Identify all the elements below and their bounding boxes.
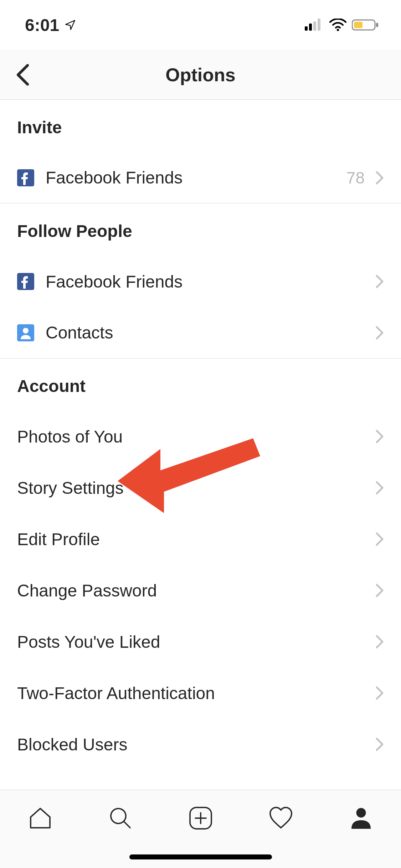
facebook-icon (17, 273, 46, 290)
page-title: Options (0, 64, 401, 86)
chevron-right-icon (375, 737, 384, 751)
svg-rect-3 (318, 19, 320, 31)
settings-list: Invite Facebook Friends 78 Follow People… (0, 100, 401, 770)
location-arrow-icon (64, 19, 76, 31)
row-follow-facebook-friends[interactable]: Facebook Friends (0, 256, 401, 307)
row-two-factor[interactable]: Two-Factor Authentication (0, 667, 401, 719)
tab-home[interactable] (24, 802, 56, 834)
chevron-right-icon (375, 532, 384, 546)
chevron-right-icon (375, 583, 384, 598)
svg-point-4 (337, 29, 339, 31)
back-button[interactable] (9, 57, 37, 93)
row-label: Story Settings (17, 478, 375, 498)
row-label: Change Password (17, 581, 375, 600)
svg-point-13 (111, 808, 126, 823)
svg-rect-1 (309, 24, 312, 31)
row-blocked-users[interactable]: Blocked Users (0, 719, 401, 770)
section-header-account: Account (0, 358, 401, 411)
row-edit-profile[interactable]: Edit Profile (0, 513, 401, 565)
section-header-follow: Follow People (0, 203, 401, 256)
svg-rect-7 (376, 23, 378, 27)
row-label: Edit Profile (17, 529, 375, 549)
plus-square-icon (188, 805, 214, 831)
svg-line-14 (124, 822, 130, 828)
row-label: Contacts (46, 323, 375, 342)
row-invite-facebook-friends[interactable]: Facebook Friends 78 (0, 152, 401, 203)
row-label: Photos of You (17, 427, 375, 446)
row-story-settings[interactable]: Story Settings (0, 462, 401, 513)
svg-rect-0 (305, 26, 308, 31)
contacts-icon (17, 324, 46, 341)
chevron-right-icon (375, 635, 384, 649)
row-change-password[interactable]: Change Password (0, 565, 401, 616)
row-label: Posts You've Liked (17, 632, 375, 652)
chevron-right-icon (375, 274, 384, 289)
battery-icon (352, 19, 380, 31)
nav-bar: Options (0, 50, 401, 100)
svg-point-18 (356, 808, 366, 818)
tab-search[interactable] (104, 802, 137, 834)
status-time: 6:01 (25, 15, 59, 35)
chevron-right-icon (375, 326, 384, 340)
status-bar: 6:01 (0, 0, 401, 50)
svg-rect-2 (313, 21, 316, 31)
svg-rect-6 (354, 22, 363, 28)
row-posts-liked[interactable]: Posts You've Liked (0, 616, 401, 667)
chevron-right-icon (375, 429, 384, 444)
cellular-signal-icon (305, 19, 324, 31)
chevron-right-icon (375, 686, 384, 700)
home-indicator[interactable] (129, 854, 272, 859)
section-header-invite: Invite (0, 100, 401, 152)
tab-activity[interactable] (265, 802, 297, 834)
svg-point-11 (23, 328, 29, 334)
tab-new-post[interactable] (185, 802, 217, 834)
row-label: Facebook Friends (46, 272, 375, 291)
chevron-right-icon (375, 481, 384, 495)
wifi-icon (329, 19, 347, 31)
home-icon (27, 805, 53, 831)
facebook-icon (17, 169, 46, 186)
row-label: Facebook Friends (46, 168, 346, 187)
row-label: Blocked Users (17, 735, 375, 754)
row-photos-of-you[interactable]: Photos of You (0, 411, 401, 462)
tab-profile[interactable] (345, 802, 377, 834)
row-label: Two-Factor Authentication (17, 683, 375, 703)
profile-icon (348, 805, 374, 831)
search-icon (108, 805, 133, 831)
row-follow-contacts[interactable]: Contacts (0, 307, 401, 358)
chevron-right-icon (375, 171, 384, 185)
heart-icon (268, 805, 294, 831)
row-value: 78 (346, 168, 365, 187)
